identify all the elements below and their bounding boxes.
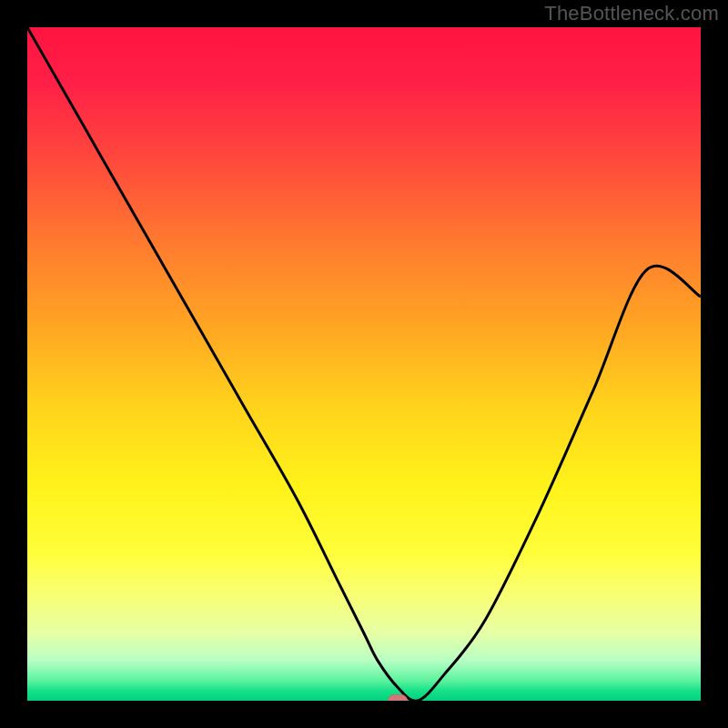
watermark-text: TheBottleneck.com [544,2,719,25]
plot-area [27,27,701,701]
chart-frame: TheBottleneck.com [0,0,728,728]
optimal-marker [388,694,408,701]
bottleneck-curve [27,27,701,701]
curve-svg [27,27,701,701]
